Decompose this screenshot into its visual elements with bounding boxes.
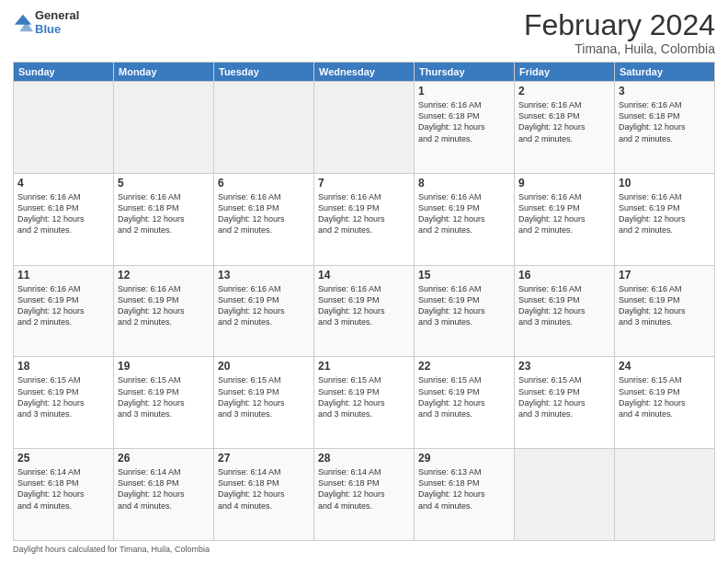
day-info: Sunrise: 6:14 AM Sunset: 6:18 PM Dayligh… — [218, 466, 310, 511]
day-info: Sunrise: 6:15 AM Sunset: 6:19 PM Dayligh… — [17, 374, 109, 419]
title-block: February 2024 Timana, Huila, Colombia — [524, 9, 715, 56]
day-number: 4 — [17, 177, 109, 190]
calendar-header-cell: Wednesday — [314, 63, 415, 82]
day-number: 10 — [619, 177, 711, 190]
calendar-header-cell: Saturday — [615, 63, 715, 82]
calendar-day-cell: 14Sunrise: 6:16 AM Sunset: 6:19 PM Dayli… — [314, 265, 415, 357]
logo-line2: Blue — [35, 23, 79, 37]
calendar-day-cell: 12Sunrise: 6:16 AM Sunset: 6:19 PM Dayli… — [114, 265, 214, 357]
calendar-day-cell: 1Sunrise: 6:16 AM Sunset: 6:18 PM Daylig… — [415, 82, 515, 174]
day-info: Sunrise: 6:16 AM Sunset: 6:19 PM Dayligh… — [318, 283, 410, 328]
calendar-day-cell: 2Sunrise: 6:16 AM Sunset: 6:18 PM Daylig… — [515, 82, 615, 174]
calendar-week-row: 4Sunrise: 6:16 AM Sunset: 6:18 PM Daylig… — [14, 173, 715, 265]
day-number: 24 — [619, 360, 711, 373]
day-number: 21 — [318, 360, 410, 373]
calendar-header-cell: Friday — [515, 63, 615, 82]
calendar-day-cell: 17Sunrise: 6:16 AM Sunset: 6:19 PM Dayli… — [615, 265, 715, 357]
calendar-day-cell: 8Sunrise: 6:16 AM Sunset: 6:19 PM Daylig… — [415, 173, 515, 265]
day-info: Sunrise: 6:16 AM Sunset: 6:18 PM Dayligh… — [418, 99, 510, 144]
calendar-header-cell: Tuesday — [214, 63, 314, 82]
day-info: Sunrise: 6:16 AM Sunset: 6:19 PM Dayligh… — [118, 283, 210, 328]
calendar-week-row: 25Sunrise: 6:14 AM Sunset: 6:18 PM Dayli… — [14, 449, 715, 541]
svg-marker-0 — [15, 15, 31, 25]
calendar-day-cell: 23Sunrise: 6:15 AM Sunset: 6:19 PM Dayli… — [515, 357, 615, 449]
calendar-header-cell: Sunday — [14, 63, 114, 82]
day-number: 13 — [218, 269, 310, 282]
calendar-day-cell — [515, 449, 615, 541]
day-info: Sunrise: 6:16 AM Sunset: 6:18 PM Dayligh… — [17, 191, 109, 236]
calendar-day-cell: 29Sunrise: 6:13 AM Sunset: 6:18 PM Dayli… — [415, 449, 515, 541]
calendar-day-cell: 24Sunrise: 6:15 AM Sunset: 6:19 PM Dayli… — [615, 357, 715, 449]
day-number: 5 — [118, 177, 210, 190]
calendar-body: 1Sunrise: 6:16 AM Sunset: 6:18 PM Daylig… — [14, 82, 715, 541]
day-number: 20 — [218, 360, 310, 373]
day-number: 19 — [118, 360, 210, 373]
calendar-header-cell: Monday — [114, 63, 214, 82]
calendar-day-cell — [314, 82, 415, 174]
day-info: Sunrise: 6:16 AM Sunset: 6:19 PM Dayligh… — [518, 283, 610, 328]
day-info: Sunrise: 6:15 AM Sunset: 6:19 PM Dayligh… — [418, 374, 510, 419]
day-info: Sunrise: 6:15 AM Sunset: 6:19 PM Dayligh… — [518, 374, 610, 419]
calendar-day-cell: 10Sunrise: 6:16 AM Sunset: 6:19 PM Dayli… — [615, 173, 715, 265]
calendar-day-cell: 18Sunrise: 6:15 AM Sunset: 6:19 PM Dayli… — [14, 357, 114, 449]
day-number: 28 — [318, 452, 410, 465]
calendar-day-cell: 7Sunrise: 6:16 AM Sunset: 6:19 PM Daylig… — [314, 173, 415, 265]
day-number: 18 — [17, 360, 109, 373]
calendar-day-cell — [14, 82, 114, 174]
calendar-day-cell: 6Sunrise: 6:16 AM Sunset: 6:18 PM Daylig… — [214, 173, 314, 265]
day-number: 8 — [418, 177, 510, 190]
calendar-header-row: SundayMondayTuesdayWednesdayThursdayFrid… — [14, 63, 715, 82]
day-number: 17 — [619, 269, 711, 282]
calendar-day-cell: 4Sunrise: 6:16 AM Sunset: 6:18 PM Daylig… — [14, 173, 114, 265]
day-number: 14 — [318, 269, 410, 282]
calendar-day-cell: 9Sunrise: 6:16 AM Sunset: 6:19 PM Daylig… — [515, 173, 615, 265]
day-info: Sunrise: 6:16 AM Sunset: 6:18 PM Dayligh… — [218, 191, 310, 236]
calendar-header-cell: Thursday — [415, 63, 515, 82]
calendar-day-cell: 3Sunrise: 6:16 AM Sunset: 6:18 PM Daylig… — [615, 82, 715, 174]
day-number: 3 — [619, 85, 711, 98]
calendar-day-cell: 11Sunrise: 6:16 AM Sunset: 6:19 PM Dayli… — [14, 265, 114, 357]
calendar-week-row: 11Sunrise: 6:16 AM Sunset: 6:19 PM Dayli… — [14, 265, 715, 357]
day-number: 15 — [418, 269, 510, 282]
logo-text: General Blue — [35, 9, 79, 37]
day-info: Sunrise: 6:13 AM Sunset: 6:18 PM Dayligh… — [418, 466, 510, 511]
calendar-day-cell — [615, 449, 715, 541]
footer-daylight: Daylight hours calculated for Timana, Hu… — [13, 545, 210, 554]
day-info: Sunrise: 6:16 AM Sunset: 6:19 PM Dayligh… — [619, 283, 711, 328]
day-info: Sunrise: 6:15 AM Sunset: 6:19 PM Dayligh… — [619, 374, 711, 419]
day-number: 7 — [318, 177, 410, 190]
day-number: 26 — [118, 452, 210, 465]
calendar-day-cell: 22Sunrise: 6:15 AM Sunset: 6:19 PM Dayli… — [415, 357, 515, 449]
subtitle: Timana, Huila, Colombia — [524, 41, 715, 56]
day-info: Sunrise: 6:16 AM Sunset: 6:19 PM Dayligh… — [318, 191, 410, 236]
calendar: SundayMondayTuesdayWednesdayThursdayFrid… — [13, 62, 715, 541]
calendar-day-cell: 5Sunrise: 6:16 AM Sunset: 6:18 PM Daylig… — [114, 173, 214, 265]
calendar-day-cell — [114, 82, 214, 174]
day-number: 29 — [418, 452, 510, 465]
day-number: 27 — [218, 452, 310, 465]
day-number: 16 — [518, 269, 610, 282]
logo-line1: General — [35, 9, 79, 23]
day-info: Sunrise: 6:15 AM Sunset: 6:19 PM Dayligh… — [118, 374, 210, 419]
calendar-day-cell: 13Sunrise: 6:16 AM Sunset: 6:19 PM Dayli… — [214, 265, 314, 357]
calendar-day-cell: 21Sunrise: 6:15 AM Sunset: 6:19 PM Dayli… — [314, 357, 415, 449]
main-title: February 2024 — [524, 9, 715, 41]
day-info: Sunrise: 6:15 AM Sunset: 6:19 PM Dayligh… — [218, 374, 310, 419]
day-info: Sunrise: 6:14 AM Sunset: 6:18 PM Dayligh… — [118, 466, 210, 511]
day-number: 12 — [118, 269, 210, 282]
calendar-day-cell: 25Sunrise: 6:14 AM Sunset: 6:18 PM Dayli… — [14, 449, 114, 541]
calendar-day-cell: 27Sunrise: 6:14 AM Sunset: 6:18 PM Dayli… — [214, 449, 314, 541]
day-info: Sunrise: 6:16 AM Sunset: 6:19 PM Dayligh… — [17, 283, 109, 328]
day-info: Sunrise: 6:16 AM Sunset: 6:19 PM Dayligh… — [218, 283, 310, 328]
day-info: Sunrise: 6:14 AM Sunset: 6:18 PM Dayligh… — [17, 466, 109, 511]
logo-icon — [13, 13, 33, 33]
calendar-day-cell: 26Sunrise: 6:14 AM Sunset: 6:18 PM Dayli… — [114, 449, 214, 541]
day-info: Sunrise: 6:16 AM Sunset: 6:19 PM Dayligh… — [518, 191, 610, 236]
day-number: 11 — [17, 269, 109, 282]
day-info: Sunrise: 6:16 AM Sunset: 6:18 PM Dayligh… — [118, 191, 210, 236]
day-info: Sunrise: 6:16 AM Sunset: 6:19 PM Dayligh… — [619, 191, 711, 236]
calendar-day-cell: 16Sunrise: 6:16 AM Sunset: 6:19 PM Dayli… — [515, 265, 615, 357]
day-info: Sunrise: 6:14 AM Sunset: 6:18 PM Dayligh… — [318, 466, 410, 511]
day-info: Sunrise: 6:16 AM Sunset: 6:18 PM Dayligh… — [619, 99, 711, 144]
day-info: Sunrise: 6:16 AM Sunset: 6:18 PM Dayligh… — [518, 99, 610, 144]
